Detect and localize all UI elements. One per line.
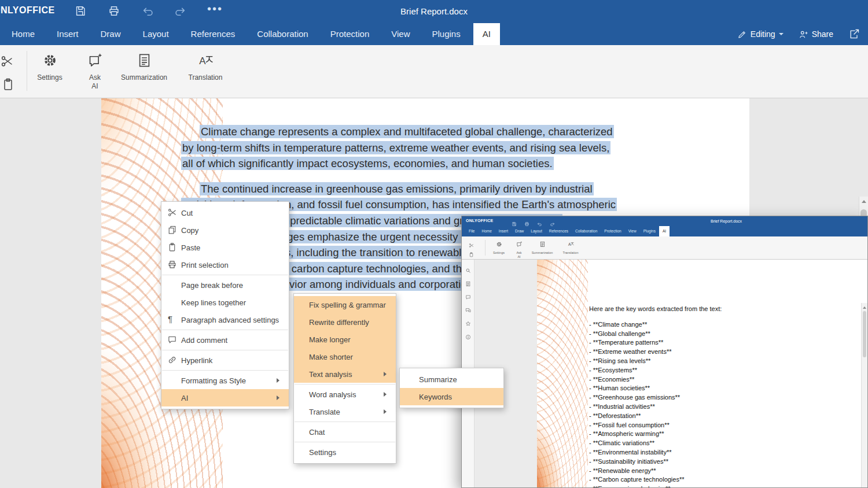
- keyword-line: - **Temperature patterns**: [589, 338, 838, 347]
- tab-draw[interactable]: Draw: [91, 23, 130, 45]
- menu-item-rewrite-differently[interactable]: Rewrite differently: [294, 313, 396, 331]
- menu-item-keep-lines-together[interactable]: Keep lines together: [161, 294, 289, 311]
- ai-settings-button[interactable]: Settings: [33, 53, 67, 82]
- submenu-arrow-icon: [384, 409, 389, 414]
- tab-home[interactable]: Home: [478, 226, 495, 236]
- translation-button[interactable]: Translation: [558, 239, 583, 255]
- print-button[interactable]: [108, 5, 122, 19]
- keyword-line: - **Carbon capture technologies**: [589, 475, 838, 485]
- ask-ai-icon: [516, 241, 523, 247]
- pilcrow-icon: ¶: [168, 314, 172, 324]
- paste-icon[interactable]: [469, 249, 474, 260]
- tab-view[interactable]: View: [625, 226, 640, 236]
- tab-protection[interactable]: Protection: [601, 226, 624, 236]
- tab-file[interactable]: File: [465, 226, 478, 236]
- menu-item-fix-spelling-grammar[interactable]: Fix spelling & grammar: [294, 296, 396, 313]
- comments-icon[interactable]: [465, 294, 471, 300]
- tab-references[interactable]: References: [182, 23, 245, 45]
- tab-layout[interactable]: Layout: [134, 23, 178, 45]
- overlay-top-bar: ONLYOFFICE Brief Report.docx: [462, 216, 867, 226]
- menu-item-label: Make shorter: [309, 353, 353, 361]
- save-button[interactable]: [74, 5, 88, 19]
- summarization-label: Summarization: [113, 73, 175, 82]
- undo-icon[interactable]: [537, 219, 542, 224]
- menu-item-formatting-as-style[interactable]: Formatting as Style: [161, 372, 289, 389]
- menu-item-make-shorter[interactable]: Make shorter: [294, 348, 396, 365]
- keyword-line: - **Ecosystems**: [589, 366, 838, 375]
- tab-view[interactable]: View: [382, 23, 419, 45]
- print-icon[interactable]: [524, 219, 529, 224]
- redo-button[interactable]: [174, 5, 187, 19]
- navigation-icon[interactable]: [465, 281, 471, 287]
- menu-item-label: Paragraph advanced settings: [181, 316, 279, 324]
- overlay-document-page[interactable]: Here are the key words extracted from th…: [537, 260, 861, 487]
- tab-ai[interactable]: AI: [473, 23, 500, 45]
- chat-icon[interactable]: [465, 308, 471, 313]
- tab-plugins[interactable]: Plugins: [423, 23, 470, 45]
- menu-item-text-analysis[interactable]: Text analysis: [294, 365, 396, 383]
- search-icon[interactable]: [465, 268, 471, 273]
- tab-home[interactable]: Home: [2, 23, 44, 45]
- menu-item-make-longer[interactable]: Make longer: [294, 331, 396, 348]
- tab-ai[interactable]: AI: [659, 226, 670, 236]
- menu-item-print-selection[interactable]: Print selection: [161, 256, 289, 273]
- scroll-up-button[interactable]: [859, 197, 868, 206]
- about-icon[interactable]: [465, 334, 471, 340]
- menu-item-page-break-before[interactable]: Page break before: [161, 276, 289, 294]
- feedback-icon[interactable]: [465, 321, 471, 327]
- menu-item-paste[interactable]: Paste: [161, 239, 289, 256]
- keyword-line: - **Climate change**: [589, 320, 838, 330]
- ask-ai-button[interactable]: Ask AI: [512, 239, 527, 258]
- menu-item-ai-settings[interactable]: Settings: [294, 443, 396, 461]
- menu-item-word-analysis[interactable]: Word analysis: [294, 386, 396, 403]
- menu-item-copy[interactable]: Copy: [161, 221, 289, 239]
- more-icon[interactable]: •••: [207, 2, 223, 16]
- overlay-vertical-scrollbar[interactable]: [861, 303, 867, 487]
- menu-item-add-comment[interactable]: Add comment: [161, 331, 289, 349]
- summarization-button[interactable]: Summarization: [528, 239, 557, 255]
- paste-button[interactable]: [1, 77, 15, 94]
- editing-mode-dropdown[interactable]: Editing: [737, 29, 784, 39]
- doc-line[interactable]: The continued increase in greenhouse gas…: [181, 181, 673, 197]
- menu-item-paragraph-advanced-settings[interactable]: ¶ Paragraph advanced settings: [161, 311, 289, 328]
- menu-item-cut[interactable]: Cut: [161, 204, 289, 221]
- tab-draw[interactable]: Draw: [512, 226, 527, 236]
- undo-button[interactable]: [142, 5, 156, 19]
- translation-icon: [198, 53, 214, 68]
- tab-protection[interactable]: Protection: [321, 23, 379, 45]
- tab-references[interactable]: References: [546, 226, 572, 236]
- menu-item-hyperlink[interactable]: Hyperlink: [161, 352, 289, 369]
- redo-icon[interactable]: [550, 219, 555, 224]
- menu-item-label: Chat: [309, 428, 325, 437]
- doc-line[interactable]: by long-term shifts in temperature patte…: [181, 140, 673, 156]
- ai-toolbar: Settings Ask AI Summarization Translatio…: [0, 45, 868, 98]
- tab-collaboration[interactable]: Collaboration: [572, 226, 601, 236]
- scrollbar-thumb[interactable]: [863, 311, 866, 357]
- tab-layout[interactable]: Layout: [527, 226, 546, 236]
- tab-insert[interactable]: Insert: [47, 23, 88, 45]
- menu-item-label: Keep lines together: [181, 298, 246, 307]
- doc-line[interactable]: all of which significantly impact ecosys…: [181, 156, 673, 172]
- chevron-down-icon: [779, 33, 784, 38]
- keyword-line: - **Rising sea levels**: [589, 357, 838, 366]
- menu-item-summarize[interactable]: Summarize: [400, 371, 503, 388]
- menu-item-translate[interactable]: Translate: [294, 403, 396, 420]
- menu-item-ai[interactable]: AI: [161, 389, 289, 406]
- menu-item-label: Translate: [309, 408, 340, 416]
- doc-line[interactable]: Climate change represents a complex and …: [181, 124, 673, 140]
- summarization-button[interactable]: Summarization: [113, 53, 175, 82]
- ask-ai-button[interactable]: Ask AI: [80, 53, 110, 91]
- share-button[interactable]: Share: [799, 29, 833, 39]
- open-file-location-button[interactable]: [848, 28, 860, 40]
- tab-plugins[interactable]: Plugins: [640, 226, 659, 236]
- save-icon[interactable]: [512, 219, 517, 224]
- translation-icon: [568, 241, 574, 247]
- menu-item-keywords[interactable]: Keywords: [400, 388, 503, 405]
- tab-collaboration[interactable]: Collaboration: [248, 23, 317, 45]
- cut-button[interactable]: [0, 54, 14, 71]
- menu-item-chat[interactable]: Chat: [294, 423, 396, 441]
- ai-settings-button[interactable]: Settings: [490, 239, 508, 255]
- translation-button[interactable]: Translation: [178, 53, 233, 82]
- menu-item-label: Paste: [181, 243, 200, 252]
- tab-insert[interactable]: Insert: [495, 226, 512, 236]
